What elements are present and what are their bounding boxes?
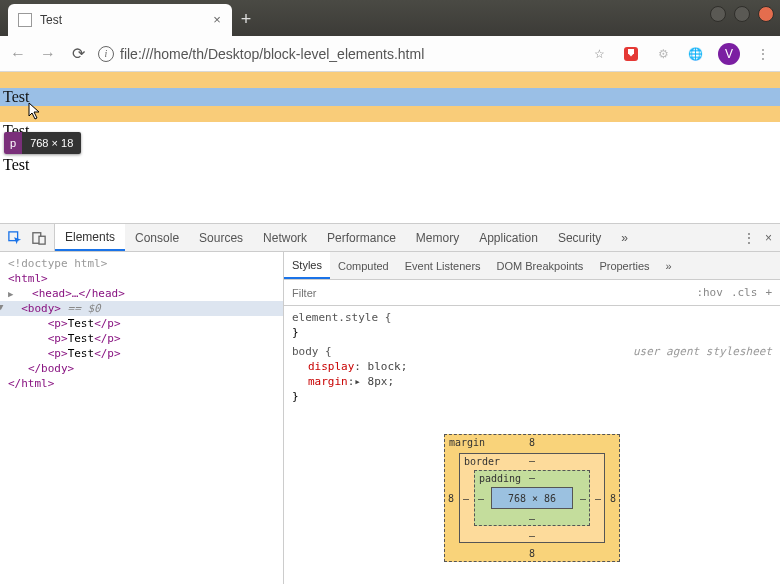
site-info-icon[interactable]: i <box>98 46 114 62</box>
styles-tab-computed[interactable]: Computed <box>330 252 397 279</box>
styles-filter-input[interactable] <box>284 287 688 299</box>
tab-console[interactable]: Console <box>125 224 189 251</box>
devtools-tabbar: Elements Console Sources Network Perform… <box>0 224 780 252</box>
bm-padding-label: padding <box>479 473 521 484</box>
tab-elements[interactable]: Elements <box>55 224 125 251</box>
close-window-button[interactable] <box>758 6 774 22</box>
devtools-menu-icon[interactable]: ⋮ <box>743 231 755 245</box>
devtools-close-icon[interactable]: × <box>765 231 772 245</box>
box-model[interactable]: margin 8 8 8 8 border – – – – padding – <box>444 434 620 562</box>
titlebar: Test × + <box>0 0 780 36</box>
cls-toggle[interactable]: .cls <box>731 286 758 299</box>
svg-rect-2 <box>39 236 45 244</box>
new-tab-button[interactable]: + <box>232 4 260 36</box>
styles-tab-event-listeners[interactable]: Event Listeners <box>397 252 489 279</box>
p-element-highlighted: Test <box>0 88 780 106</box>
window-controls <box>710 6 774 22</box>
close-tab-icon[interactable]: × <box>210 13 224 27</box>
p-element: Test <box>0 156 780 174</box>
tab-title: Test <box>40 13 202 27</box>
maximize-button[interactable] <box>734 6 750 22</box>
bm-border-label: border <box>464 456 500 467</box>
device-toggle-icon[interactable] <box>32 231 46 245</box>
reload-button[interactable]: ⟳ <box>68 44 88 64</box>
margin-highlight-bottom <box>0 106 780 122</box>
url-text: file:///home/th/Desktop/block-level_elem… <box>120 46 424 62</box>
tab-performance[interactable]: Performance <box>317 224 406 251</box>
address-bar[interactable]: i file:///home/th/Desktop/block-level_el… <box>98 46 580 62</box>
add-rule-button[interactable]: + <box>765 286 772 299</box>
margin-highlight-top <box>0 72 780 88</box>
tooltip-dimensions: 768 × 18 <box>22 132 81 154</box>
tab-security[interactable]: Security <box>548 224 611 251</box>
p-element: Test <box>0 122 780 140</box>
bookmark-star-icon[interactable]: ☆ <box>590 45 608 63</box>
element-tooltip: p 768 × 18 <box>4 132 81 154</box>
ublock-icon[interactable] <box>622 45 640 63</box>
tab-application[interactable]: Application <box>469 224 548 251</box>
styles-rules[interactable]: element.style { } body {user agent style… <box>284 306 780 584</box>
tab-sources[interactable]: Sources <box>189 224 253 251</box>
tooltip-tag: p <box>4 132 22 154</box>
inspect-icon[interactable] <box>8 231 22 245</box>
bm-content: 768 × 86 <box>491 487 573 509</box>
minimize-button[interactable] <box>710 6 726 22</box>
translate-icon[interactable]: 🌐 <box>686 45 704 63</box>
tab-memory[interactable]: Memory <box>406 224 469 251</box>
browser-toolbar: ← → ⟳ i file:///home/th/Desktop/block-le… <box>0 36 780 72</box>
browser-tab[interactable]: Test × <box>8 4 232 36</box>
styles-tab-properties[interactable]: Properties <box>591 252 657 279</box>
cursor-icon <box>28 102 42 120</box>
devtools: Elements Console Sources Network Perform… <box>0 224 780 584</box>
styles-panel: Styles Computed Event Listeners DOM Brea… <box>284 252 780 584</box>
profile-avatar[interactable]: V <box>718 43 740 65</box>
tab-network[interactable]: Network <box>253 224 317 251</box>
favicon-icon <box>18 13 32 27</box>
dom-tree[interactable]: <!doctype html> <html> <head>…</head> <b… <box>0 252 284 584</box>
styles-tab-overflow[interactable]: » <box>658 252 680 279</box>
hov-toggle[interactable]: :hov <box>696 286 723 299</box>
styles-tab-styles[interactable]: Styles <box>284 252 330 279</box>
back-button[interactable]: ← <box>8 44 28 64</box>
tab-overflow[interactable]: » <box>611 224 638 251</box>
page-viewport: Test Test Test p 768 × 18 <box>0 72 780 224</box>
styles-tab-dom-breakpoints[interactable]: DOM Breakpoints <box>489 252 592 279</box>
forward-button[interactable]: → <box>38 44 58 64</box>
menu-icon[interactable]: ⋮ <box>754 45 772 63</box>
extension-icon[interactable]: ⚙ <box>654 45 672 63</box>
bm-margin-label: margin <box>449 437 485 448</box>
